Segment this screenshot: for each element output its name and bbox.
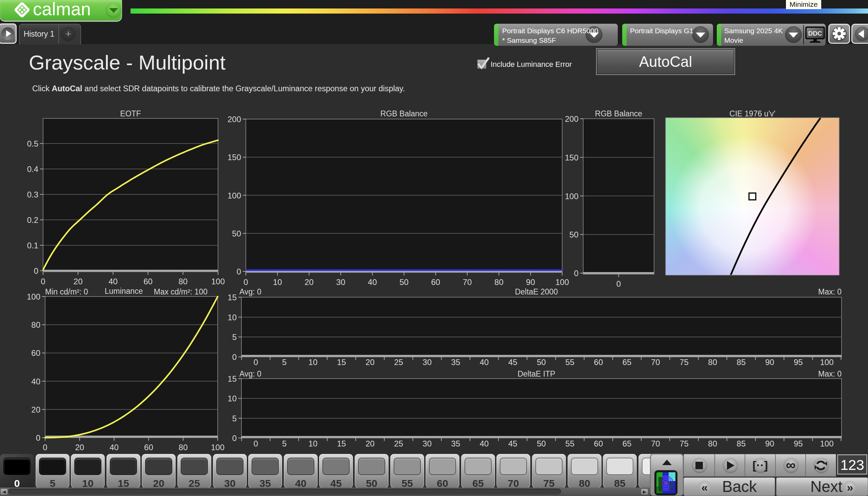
svg-text:0.4: 0.4 (27, 165, 38, 174)
svg-text:60: 60 (594, 439, 603, 448)
svg-text:30: 30 (422, 439, 432, 448)
svg-text:55: 55 (565, 358, 574, 367)
svg-text:0: 0 (36, 433, 41, 443)
svg-text:RGB Balance: RGB Balance (595, 109, 642, 118)
svg-text:80: 80 (708, 358, 717, 367)
svg-text:5: 5 (232, 414, 237, 423)
svg-text:65: 65 (623, 358, 632, 367)
svg-text:Avg: 0: Avg: 0 (239, 288, 261, 296)
svg-text:100: 100 (565, 192, 578, 201)
svg-text:0.3: 0.3 (27, 190, 38, 199)
svg-text:80: 80 (179, 443, 188, 452)
svg-text:EOTF: EOTF (120, 109, 141, 118)
svg-text:0: 0 (34, 266, 38, 276)
svg-text:15: 15 (227, 293, 237, 302)
svg-text:Max: 0: Max: 0 (818, 288, 841, 296)
svg-text:150: 150 (227, 153, 241, 162)
svg-text:85: 85 (737, 358, 746, 367)
svg-text:100: 100 (211, 443, 224, 452)
svg-text:75: 75 (679, 358, 689, 367)
svg-text:DeltaE ITP: DeltaE ITP (517, 370, 555, 378)
svg-text:0: 0 (254, 358, 258, 367)
svg-text:50: 50 (232, 229, 241, 238)
svg-text:95: 95 (794, 439, 803, 448)
svg-text:80: 80 (708, 439, 717, 448)
svg-text:35: 35 (451, 358, 461, 367)
svg-text:200: 200 (227, 115, 241, 124)
svg-text:60: 60 (594, 358, 603, 367)
svg-text:25: 25 (394, 439, 403, 448)
svg-text:80: 80 (31, 320, 41, 329)
svg-text:50: 50 (537, 358, 546, 367)
svg-text:20: 20 (366, 439, 375, 448)
svg-text:45: 45 (508, 439, 517, 448)
svg-text:0.5: 0.5 (27, 139, 38, 148)
svg-text:65: 65 (623, 439, 632, 448)
svg-text:Avg: 0: Avg: 0 (239, 370, 261, 378)
svg-text:75: 75 (679, 439, 689, 448)
svg-text:0: 0 (574, 269, 578, 278)
svg-text:100: 100 (227, 191, 241, 200)
svg-text:20: 20 (75, 443, 84, 452)
svg-text:40: 40 (31, 377, 41, 386)
svg-text:85: 85 (737, 439, 746, 448)
svg-text:100: 100 (820, 439, 833, 448)
svg-text:55: 55 (565, 439, 574, 448)
svg-text:10: 10 (308, 358, 318, 367)
svg-text:15: 15 (337, 439, 346, 448)
svg-text:10: 10 (227, 394, 237, 403)
svg-text:0: 0 (232, 434, 237, 443)
svg-text:10: 10 (308, 439, 318, 448)
svg-text:DeltaE 2000: DeltaE 2000 (515, 288, 558, 296)
svg-text:Luminance: Luminance (105, 287, 143, 295)
svg-text:0.1: 0.1 (27, 241, 38, 250)
svg-text:0: 0 (43, 443, 47, 452)
svg-text:70: 70 (651, 358, 660, 367)
svg-text:90: 90 (765, 439, 774, 448)
svg-text:20: 20 (366, 358, 375, 367)
svg-text:95: 95 (794, 358, 803, 367)
svg-text:50: 50 (569, 230, 578, 239)
svg-text:20: 20 (31, 405, 41, 414)
svg-text:[··]: [··] (752, 459, 768, 471)
svg-text:200: 200 (565, 114, 578, 124)
svg-text:10: 10 (227, 313, 237, 322)
svg-text:45: 45 (508, 358, 517, 367)
svg-text:25: 25 (394, 358, 403, 367)
svg-text:150: 150 (565, 153, 578, 162)
svg-text:∞: ∞ (786, 457, 796, 472)
svg-text:0: 0 (237, 267, 241, 276)
svg-text:CIE 1976 u'v': CIE 1976 u'v' (729, 109, 775, 118)
svg-text:90: 90 (765, 358, 774, 367)
svg-text:RGB Balance: RGB Balance (381, 109, 428, 118)
svg-text:40: 40 (480, 439, 489, 448)
svg-text:5: 5 (232, 332, 237, 342)
svg-text:100: 100 (820, 358, 833, 367)
svg-text:60: 60 (31, 348, 41, 358)
svg-text:Min cd/m²: 0: Min cd/m²: 0 (45, 288, 88, 296)
svg-text:30: 30 (422, 358, 432, 367)
svg-text:0: 0 (254, 439, 258, 448)
svg-text:5: 5 (282, 358, 287, 367)
svg-text:15: 15 (337, 358, 346, 367)
svg-text:0.2: 0.2 (27, 215, 38, 224)
svg-text:5: 5 (282, 439, 287, 448)
svg-text:70: 70 (651, 439, 660, 448)
svg-text:0: 0 (232, 353, 237, 362)
svg-text:40: 40 (110, 443, 119, 452)
svg-text:100: 100 (27, 292, 41, 301)
svg-text:Max cd/m²: 100: Max cd/m²: 100 (154, 288, 208, 296)
svg-text:40: 40 (480, 358, 489, 367)
svg-text:60: 60 (144, 443, 153, 452)
svg-text:50: 50 (537, 439, 546, 448)
svg-text:15: 15 (227, 374, 237, 383)
svg-text:35: 35 (451, 439, 461, 448)
svg-text:Max: 0: Max: 0 (818, 370, 841, 378)
